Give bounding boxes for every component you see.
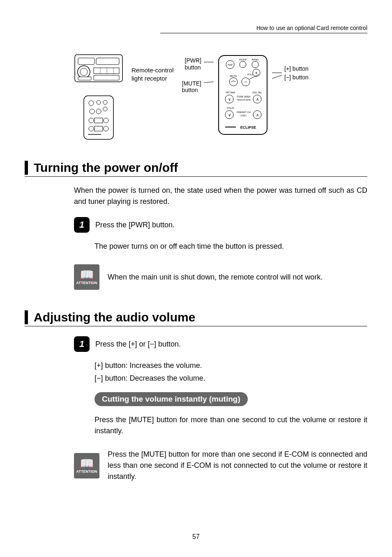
attention-icon: 📖 ATTENTION — [74, 453, 99, 478]
power-attention: 📖 ATTENTION When the main unit is shut d… — [74, 264, 367, 290]
svg-text:TUNE SEEK: TUNE SEEK — [237, 95, 251, 98]
step-number-chip: 1 — [74, 336, 90, 352]
section-title-volume: Adjusting the audio volume — [34, 310, 195, 324]
power-step-1: 1 Press the [PWR] button. — [74, 217, 367, 233]
section-volume: Adjusting the audio volume 1 Press the [… — [25, 310, 367, 482]
svg-rect-9 — [78, 77, 91, 80]
receptor-label-line2: light receptor — [131, 74, 174, 83]
big-remote-illustration: MODE BAND PWR MUTE VOLUME + − PRT REW DI… — [216, 54, 270, 136]
svg-text:RTN    FF: RTN FF — [227, 107, 234, 109]
mute-callout: [MUTE] button — [182, 80, 201, 94]
svg-text:PWR: PWR — [228, 64, 233, 66]
svg-line-59 — [272, 75, 282, 79]
power-attention-text: When the main unit is shut down, the rem… — [108, 272, 323, 283]
power-step-1-desc: The power turns on or off each time the … — [95, 241, 367, 252]
svg-point-17 — [103, 107, 107, 111]
section-bar-icon — [25, 310, 28, 324]
svg-rect-1 — [78, 58, 95, 65]
svg-point-22 — [104, 126, 108, 131]
volume-step-1-text: Press the [+] or [−] button. — [95, 340, 181, 349]
svg-point-18 — [89, 118, 94, 123]
svg-point-19 — [104, 118, 108, 123]
svg-point-21 — [89, 126, 94, 131]
head-unit-illustration — [74, 54, 123, 83]
svg-point-15 — [90, 109, 95, 114]
svg-text:∨: ∨ — [228, 113, 231, 117]
attention-icon: 📖 ATTENTION — [74, 264, 99, 290]
leader-lines-left — [204, 54, 214, 136]
book-icon: 📖 — [80, 269, 94, 281]
plus-callout: [+] button — [284, 65, 309, 72]
svg-rect-20 — [95, 118, 103, 123]
svg-text:∨: ∨ — [228, 97, 231, 102]
svg-text:DISC  SEL: DISC SEL — [253, 91, 262, 94]
small-remote-illustration — [82, 95, 115, 140]
svg-point-32 — [240, 61, 246, 68]
svg-rect-23 — [95, 126, 103, 131]
svg-text:BAND: BAND — [252, 58, 259, 61]
section-power: Turning the power on/off When the power … — [25, 161, 367, 290]
step-number-chip: 1 — [74, 217, 90, 233]
section-title-power: Turning the power on/off — [34, 161, 178, 175]
svg-text:∧: ∧ — [256, 97, 259, 102]
muting-pill: Cutting the volume instantly (muting) — [95, 392, 248, 406]
power-intro: When the power is turned on, the state u… — [74, 185, 367, 207]
svg-point-12 — [89, 101, 94, 106]
svg-rect-2 — [96, 58, 119, 65]
svg-point-33 — [252, 61, 258, 68]
muting-desc: Press the [MUTE] button for more than on… — [95, 414, 367, 437]
leader-lines-right — [272, 54, 282, 136]
volume-plus-line: [+] button: Increases the volume. — [95, 360, 367, 371]
svg-rect-10 — [94, 75, 119, 80]
svg-rect-5 — [94, 68, 119, 74]
svg-text:−: − — [244, 79, 247, 85]
svg-point-14 — [103, 100, 107, 104]
power-step-1-text: Press the [PWR] button. — [95, 221, 175, 229]
chapter-header: How to use an optional Card remote contr… — [160, 25, 367, 33]
minus-callout: [−] button — [284, 74, 309, 81]
svg-text:PRESET CH: PRESET CH — [237, 111, 251, 113]
pwr-callout: [PWR] button — [185, 57, 201, 71]
receptor-label: Remote-control light receptor — [131, 66, 174, 82]
svg-text:TRACK APS: TRACK APS — [237, 99, 251, 101]
diagram-row: Remote-control light receptor [PWR] butt… — [74, 54, 367, 140]
svg-text:MUTE: MUTE — [230, 75, 237, 77]
svg-text:PRT    REW: PRT REW — [226, 91, 235, 94]
volume-attention-text: Press the [MUTE] button for more than on… — [108, 449, 367, 482]
volume-step-1: 1 Press the [+] or [−] button. — [74, 336, 367, 352]
page-number: 57 — [0, 533, 392, 541]
page: How to use an optional Card remote contr… — [0, 0, 392, 557]
attention-chip-label: ATTENTION — [76, 469, 97, 474]
svg-text:MODE: MODE — [239, 58, 247, 61]
svg-point-16 — [96, 109, 101, 114]
svg-text:+: + — [255, 71, 258, 75]
book-icon: 📖 — [80, 458, 94, 469]
attention-chip-label: ATTENTION — [76, 281, 97, 285]
volume-attention: 📖 ATTENTION Press the [MUTE] button for … — [74, 449, 367, 482]
svg-point-38 — [229, 78, 238, 86]
svg-point-13 — [97, 100, 101, 104]
svg-text:ECLIPSE: ECLIPSE — [240, 125, 256, 129]
volume-minus-line: [−] button: Decreases the volume. — [95, 373, 367, 384]
svg-text:∧: ∧ — [256, 113, 259, 117]
receptor-label-line1: Remote-control — [131, 66, 174, 74]
section-bar-icon — [25, 161, 28, 175]
svg-text:DISC: DISC — [241, 114, 247, 117]
svg-point-4 — [80, 68, 88, 76]
svg-line-26 — [204, 82, 214, 83]
